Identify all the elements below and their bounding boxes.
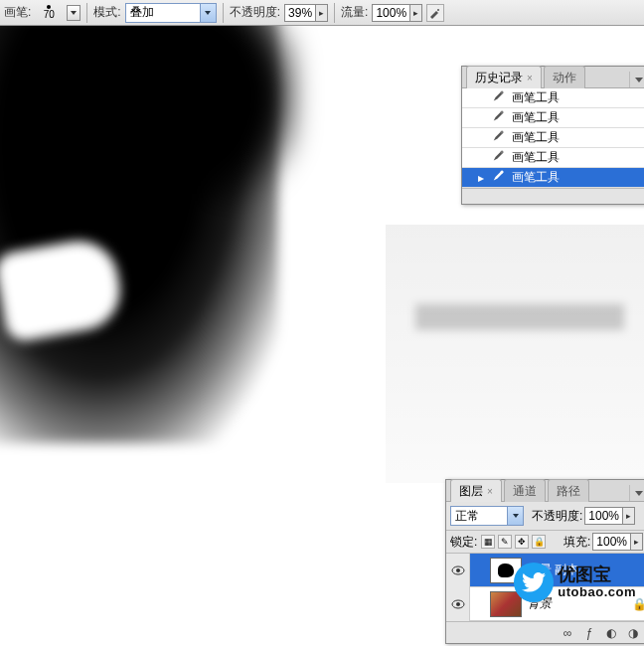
- lock-pixels-icon[interactable]: ✎: [498, 535, 512, 549]
- panel-tabs: 图层× 通道 路径: [446, 480, 644, 502]
- brush-preset-dropdown[interactable]: [67, 5, 80, 21]
- brush-size-value: 70: [44, 9, 55, 20]
- adjustment-icon[interactable]: ◑: [625, 625, 641, 641]
- fill-label: 填充:: [564, 534, 590, 551]
- lock-buttons: ▦ ✎ ✥ 🔒: [481, 535, 546, 549]
- history-marker: ▸: [476, 171, 486, 185]
- arrow-icon: [409, 5, 421, 21]
- history-panel: 历史记录× 动作 画笔工具画笔工具画笔工具画笔工具▸画笔工具: [461, 66, 644, 205]
- close-icon[interactable]: ×: [487, 486, 493, 497]
- layer-opacity-input[interactable]: 100%: [584, 507, 635, 525]
- tab-actions[interactable]: 动作: [544, 66, 585, 88]
- canvas-content: [415, 304, 624, 330]
- tab-history[interactable]: 历史记录×: [466, 66, 542, 88]
- brush-tool-icon: [492, 89, 506, 106]
- history-item-label: 画笔工具: [512, 169, 560, 186]
- logo-name: 优图宝: [558, 565, 636, 585]
- svg-point-7: [456, 568, 460, 572]
- blend-mode-select[interactable]: 叠加: [125, 3, 217, 23]
- panel-footer: [462, 188, 644, 204]
- svg-point-9: [456, 602, 460, 606]
- layer-lock-row: 锁定: ▦ ✎ ✥ 🔒 填充: 100%: [446, 531, 644, 554]
- tab-paths[interactable]: 路径: [548, 479, 589, 502]
- tab-layers[interactable]: 图层×: [450, 479, 502, 502]
- mode-label: 模式:: [93, 4, 120, 21]
- mask-icon[interactable]: ◐: [603, 625, 619, 641]
- arrow-icon: [622, 508, 634, 524]
- chevron-down-icon: [200, 4, 216, 22]
- history-item-label: 画笔工具: [512, 149, 560, 166]
- brush-label: 画笔:: [4, 4, 31, 21]
- chevron-down-icon: [507, 507, 523, 525]
- layer-opacity-label: 不透明度:: [532, 508, 582, 525]
- opacity-label: 不透明度:: [230, 4, 280, 21]
- history-item-label: 画笔工具: [512, 109, 560, 126]
- canvas-content: [0, 16, 278, 443]
- lock-label: 锁定:: [450, 534, 477, 551]
- history-item-label: 画笔工具: [512, 89, 560, 106]
- airbrush-toggle[interactable]: [426, 4, 444, 22]
- history-item-label: 画笔工具: [512, 129, 560, 146]
- flow-input[interactable]: 100%: [372, 4, 422, 22]
- layer-blend-mode-select[interactable]: 正常: [450, 506, 524, 526]
- panel-menu-icon[interactable]: [629, 72, 644, 87]
- tab-channels[interactable]: 通道: [504, 479, 546, 502]
- history-item[interactable]: 画笔工具: [462, 148, 644, 168]
- lock-all-icon[interactable]: 🔒: [532, 535, 546, 549]
- brush-tool-icon: [492, 109, 506, 126]
- visibility-toggle[interactable]: [446, 587, 470, 621]
- logo-url: utobao.com: [558, 585, 636, 599]
- arrow-icon: [630, 534, 642, 550]
- opacity-input[interactable]: 39%: [284, 4, 328, 22]
- brush-tool-icon: [492, 169, 506, 186]
- options-toolbar: 画笔: 70 模式: 叠加 不透明度: 39% 流量: 100%: [0, 0, 644, 26]
- layer-options-row: 正常 不透明度: 100%: [446, 502, 644, 531]
- layers-footer: ∞ ƒ ◐ ◑: [446, 621, 644, 643]
- separator: [334, 3, 335, 23]
- visibility-toggle[interactable]: [446, 554, 470, 587]
- separator: [86, 3, 87, 23]
- flow-value: 100%: [373, 6, 409, 20]
- brush-preset-preview[interactable]: 70: [35, 5, 63, 20]
- layers-panel: 图层× 通道 路径 正常 不透明度: 100% 锁定: ▦ ✎ ✥ 🔒 填充:: [445, 479, 644, 644]
- fx-icon[interactable]: ƒ: [581, 625, 597, 641]
- brush-tool-icon: [492, 149, 506, 166]
- separator: [223, 3, 224, 23]
- bird-icon: [514, 563, 554, 602]
- opacity-value: 39%: [285, 6, 315, 20]
- fill-input[interactable]: 100%: [592, 533, 643, 551]
- close-icon[interactable]: ×: [527, 73, 533, 83]
- panel-tabs: 历史记录× 动作: [462, 67, 644, 88]
- canvas-content: [386, 225, 644, 483]
- history-item[interactable]: 画笔工具: [462, 108, 644, 128]
- panel-menu-icon[interactable]: [629, 485, 644, 501]
- history-list: 画笔工具画笔工具画笔工具画笔工具▸画笔工具: [462, 88, 644, 188]
- arrow-icon: [315, 5, 327, 21]
- blend-mode-value: 叠加: [126, 4, 160, 21]
- lock-transparent-icon[interactable]: ▦: [481, 535, 495, 549]
- history-item[interactable]: ▸画笔工具: [462, 168, 644, 188]
- brush-tool-icon: [492, 129, 506, 146]
- flow-label: 流量:: [341, 4, 368, 21]
- link-layers-icon[interactable]: ∞: [560, 625, 575, 641]
- svg-point-0: [437, 9, 439, 11]
- watermark-logo: 优图宝 utobao.com: [514, 563, 636, 602]
- history-item[interactable]: 画笔工具: [462, 88, 644, 108]
- lock-position-icon[interactable]: ✥: [515, 535, 529, 549]
- history-item[interactable]: 画笔工具: [462, 128, 644, 148]
